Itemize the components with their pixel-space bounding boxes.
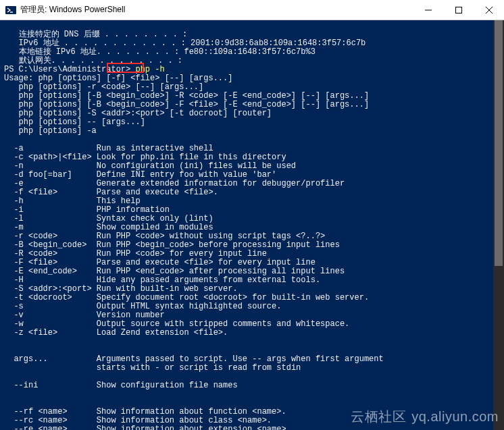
minimize-button[interactable] bbox=[413, 0, 443, 20]
usage-line: Usage: php [options] [-f] <file> [--] [a… bbox=[4, 74, 232, 83]
usage-line: php [options] -r <code> [--] [args...] bbox=[4, 82, 203, 92]
blank-line bbox=[4, 398, 9, 408]
close-button[interactable] bbox=[474, 0, 504, 20]
usage-line: php [options] [-B <begin_code>] -R <code… bbox=[4, 91, 369, 101]
window-title: 管理员: Windows PowerShell bbox=[20, 4, 413, 16]
extra2-options-list: --rf <name> Show information about funct… bbox=[4, 408, 503, 430]
blank-line bbox=[4, 135, 9, 144]
svg-rect-3 bbox=[455, 7, 461, 13]
window-titlebar: 管理员: Windows PowerShell bbox=[0, 0, 504, 20]
vertical-scrollbar[interactable] bbox=[493, 20, 504, 430]
terminal-output[interactable]: 连接特定的 DNS 后缀 . . . . . . . . : IPv6 地址 .… bbox=[0, 20, 504, 430]
usage-line: php [options] -a bbox=[4, 126, 97, 136]
usage-line: php [options] [-B <begin_code>] -F <file… bbox=[4, 100, 369, 109]
prompt-line: PS C:\Users\Administrator> php -h bbox=[4, 65, 165, 74]
maximize-button[interactable] bbox=[443, 0, 474, 20]
net-line: 默认网关. . . . . . . . . . . . . : bbox=[4, 56, 182, 65]
blank-line bbox=[4, 372, 9, 381]
args-line: starts with - or script is read from std… bbox=[4, 363, 301, 373]
args-line: args... Arguments passed to script. Use … bbox=[4, 354, 384, 364]
scrollbar-thumb[interactable] bbox=[495, 20, 503, 266]
usage-line: php [options] -- [args...] bbox=[4, 117, 145, 127]
powershell-icon bbox=[5, 5, 16, 16]
extra-options-list: --ini Show configuration file names bbox=[4, 381, 503, 390]
window-controls bbox=[413, 0, 504, 20]
options-list: -a Run as interactive shell -c <path>|<f… bbox=[4, 144, 503, 338]
net-line: IPv6 地址 . . . . . . . . . . . . : 2001:0… bbox=[4, 38, 366, 48]
usage-line: php [options] -S <addr>:<port> [-t docro… bbox=[4, 109, 272, 118]
net-line: 本地链接 IPv6 地址. . . . . . . . : fe80::109a… bbox=[4, 47, 316, 57]
blank-line bbox=[4, 346, 9, 355]
net-line: 连接特定的 DNS 后缀 . . . . . . . . : bbox=[4, 30, 187, 39]
